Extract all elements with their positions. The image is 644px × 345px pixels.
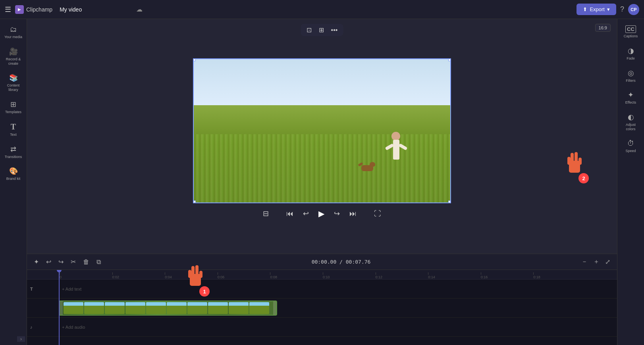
export-button[interactable]: ⬆ Export ▾ (577, 4, 616, 15)
field-grass (194, 134, 450, 202)
sidebar-item-brand-kit[interactable]: 🎨 Brand kit (2, 164, 25, 184)
transitions-icon: ⇄ (10, 145, 16, 154)
topbar-right: ⬆ Export ▾ ? CP (577, 4, 639, 15)
sidebar-item-adjust-colors[interactable]: ◐ Adjustcolors (619, 110, 643, 135)
text-track: T + Add text (27, 279, 617, 299)
add-text-button[interactable]: + Add text (59, 285, 85, 293)
content-library-icon: 📚 (9, 73, 18, 82)
right-sidebar: CC Captions ◑ Fade ◎ Filters ✦ Effects ◐… (617, 19, 644, 345)
preview-toolbar: ⊡ ⊞ ••• (301, 24, 343, 36)
clip-thumb-9 (229, 302, 249, 314)
copy-button[interactable]: ⧉ (94, 257, 103, 267)
export-icon: ⬆ (583, 6, 587, 12)
clip-handle-right[interactable] (273, 301, 276, 315)
sidebar-item-filters[interactable]: ◎ Filters (619, 66, 643, 86)
hamburger-icon[interactable]: ☰ (5, 5, 11, 14)
video-frame[interactable]: ↻ (193, 58, 451, 203)
templates-icon: ⊞ (10, 100, 16, 109)
clip-thumb-3 (105, 302, 125, 314)
field-bg (194, 105, 450, 202)
clip-thumbnails (63, 301, 273, 315)
zoom-out-button[interactable]: － (579, 256, 590, 267)
preview-area: ⊡ ⊞ ••• 16:9 (27, 19, 617, 254)
skip-back-button[interactable]: ⏮ (285, 208, 295, 220)
text-track-label: T (27, 287, 59, 291)
fullscreen-button[interactable]: ⛶ (372, 208, 383, 220)
effects-icon: ✦ (628, 91, 634, 99)
ruler-mark-4: 0:08 (269, 272, 322, 279)
sidebar-item-speed[interactable]: ⏱ Speed (619, 136, 643, 156)
play-button[interactable]: ▶ (317, 207, 326, 220)
ruler-mark-5: 0:10 (322, 272, 375, 279)
fit-button[interactable]: ⊞ (316, 25, 326, 35)
ruler-mark-2: 0:04 (164, 272, 217, 279)
tracks-container: T + Add text (27, 279, 617, 337)
topbar-left: ☰ Clipchamp ☁ (5, 5, 143, 14)
redo-button[interactable]: ↪ (56, 257, 66, 267)
sidebar-item-transitions[interactable]: ⇄ Transitions (2, 142, 25, 162)
audio-track-content[interactable]: + Add audio (59, 318, 617, 336)
forward-button[interactable]: ↪ (332, 208, 341, 220)
avatar[interactable]: CP (628, 4, 639, 15)
record-icon: 🎥 (9, 47, 18, 56)
sidebar-item-effects[interactable]: ✦ Effects (619, 87, 643, 108)
skip-forward-button[interactable]: ⏭ (348, 208, 358, 220)
more-options-button[interactable]: ••• (329, 25, 340, 35)
audio-track-label: ♪ (27, 325, 59, 330)
fit-timeline-button[interactable]: ⤢ (603, 256, 612, 267)
resize-handle-bl[interactable] (193, 200, 196, 203)
sidebar-item-templates[interactable]: ⊞ Templates (2, 97, 25, 118)
person-body (393, 140, 399, 160)
left-sidebar: 🗂 Your media 🎥 Record &create 📚 Contentl… (0, 19, 27, 345)
sidebar-item-your-media[interactable]: 🗂 Your media (2, 22, 25, 42)
ruler-mark-8: 0:16 (480, 272, 533, 279)
rewind-button[interactable]: ↩ (301, 208, 310, 220)
ruler-mark-9: 0:18 (532, 272, 585, 279)
add-audio-button[interactable]: + Add audio (59, 323, 88, 331)
person-head (391, 132, 400, 141)
sidebar-item-fade[interactable]: ◑ Fade (619, 43, 643, 64)
clip-handle-left[interactable] (60, 301, 63, 315)
video-frame-wrapper: ↻ (193, 58, 451, 203)
timeline-ruler: 0 0:02 0:04 0:06 0:08 0:10 0:12 0:14 0:1… (27, 270, 617, 279)
sidebar-item-record[interactable]: 🎥 Record &create (2, 44, 25, 69)
ruler-marks: 0 0:02 0:04 0:06 0:08 0:10 0:12 0:14 0:1… (59, 272, 585, 279)
speed-icon: ⏱ (627, 139, 634, 148)
topbar: ☰ Clipchamp ☁ ⬆ Export ▾ ? CP (0, 0, 644, 19)
caption-toggle-button[interactable]: ⊟ (261, 208, 270, 220)
app-logo: Clipchamp (15, 5, 52, 14)
resize-handle-tl[interactable] (193, 58, 196, 61)
video-clip[interactable] (59, 301, 277, 316)
aspect-ratio-badge: 16:9 (595, 24, 611, 32)
video-title-input[interactable] (56, 5, 132, 14)
clip-thumb-1 (64, 302, 83, 314)
clip-thumb-10 (249, 302, 269, 314)
fade-icon: ◑ (628, 46, 634, 55)
help-icon[interactable]: ? (620, 5, 624, 13)
video-track (27, 299, 617, 318)
ruler-mark-7: 0:14 (427, 272, 480, 279)
delete-button[interactable]: 🗑 (81, 257, 91, 267)
text-track-content[interactable]: + Add text (59, 279, 617, 298)
audio-track-icon: ♪ (30, 325, 33, 330)
brand-kit-icon: 🎨 (9, 167, 18, 175)
logo-icon (15, 5, 24, 14)
video-track-content (59, 299, 617, 317)
zoom-in-button[interactable]: ＋ (591, 256, 602, 267)
crop-button[interactable]: ⊡ (304, 25, 314, 35)
sidebar-item-content-library[interactable]: 📚 Contentlibrary (2, 70, 25, 95)
sidebar-item-text[interactable]: T Text (2, 119, 25, 140)
undo-button[interactable]: ↩ (44, 257, 53, 267)
magic-button[interactable]: ✦ (32, 257, 41, 267)
dog-figure (361, 165, 373, 171)
resize-handle-br[interactable] (448, 200, 451, 203)
app-name: Clipchamp (26, 6, 52, 13)
text-track-icon: T (30, 287, 33, 291)
sidebar-item-captions[interactable]: CC Captions (619, 22, 643, 42)
sky-bg (194, 59, 450, 109)
clip-thumb-5 (146, 302, 166, 314)
center-panel: ⊡ ⊞ ••• 16:9 (27, 19, 617, 345)
resize-handle-tr[interactable] (448, 58, 451, 61)
cut-button[interactable]: ✂ (69, 257, 78, 267)
sidebar-collapse-button[interactable]: › (17, 336, 25, 342)
